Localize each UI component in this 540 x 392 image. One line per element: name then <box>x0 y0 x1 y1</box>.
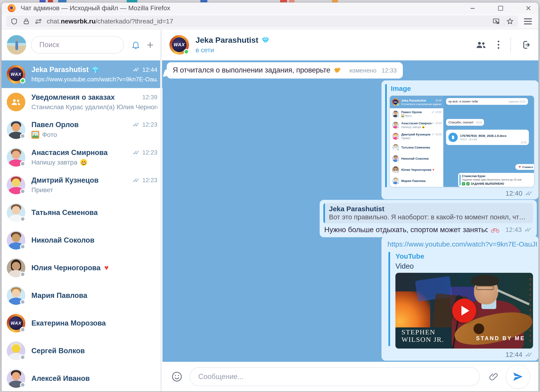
logout-icon[interactable] <box>521 40 531 50</box>
nested-screenshot[interactable]: WAX Jeka Parashutist12:33 Я отчитался о … <box>390 96 534 187</box>
youtube-link[interactable]: https://www.youtube.com/watch?v=9kn7E-Oa… <box>388 240 537 248</box>
search-input[interactable]: Поиск <box>31 36 124 54</box>
thumb-side-marks <box>530 278 531 343</box>
url-bar[interactable]: chat.newsrbk.ru/chaterkado/?thread_id=17 <box>6 15 518 27</box>
send-button[interactable] <box>506 365 530 388</box>
read-checks-icon: ✓✓ <box>133 149 140 156</box>
thumb-artist-logo: STEPHEN WILSON JR. <box>401 328 455 343</box>
avatar <box>7 176 25 194</box>
play-button[interactable] <box>452 299 476 323</box>
chat-avatar-wax[interactable]: WAX <box>170 35 189 55</box>
chat-last-message: Привет <box>31 186 157 194</box>
new-chat-button[interactable]: + <box>145 40 155 50</box>
members-icon[interactable] <box>476 41 486 49</box>
message-time: 12:44✓✓ <box>506 351 533 359</box>
window-title: Чат админов — Исходный файл — Mozilla Fi… <box>21 5 170 12</box>
nested-chat-item: Анастасия Смирнова✓✓12:23 Напишу завтра <box>390 119 443 131</box>
minimize-button[interactable] <box>469 4 476 12</box>
chat-name: Алексей Иванов <box>31 374 90 383</box>
avatar <box>392 155 399 162</box>
read-checks-icon: ✓✓ <box>133 121 140 129</box>
chat-list-item-pavel[interactable]: Павел Орлов✓✓12:23 Фото <box>2 116 162 143</box>
emoji-icon[interactable] <box>171 371 182 382</box>
avatar <box>392 144 399 151</box>
chat-list-item-yulia[interactable]: Юлия Черногорова♥ <box>2 254 162 282</box>
browser-window: Чат админов — Исходный файл — Mozilla Fi… <box>1 2 539 392</box>
avatar-wax: WAX <box>392 99 399 105</box>
screenshot-icon[interactable] <box>492 18 500 25</box>
chat-list-item-aleksey[interactable]: Алексей Иванов <box>2 365 162 392</box>
chat-time: 12:23 <box>142 149 157 156</box>
chat-list-item-tatiana[interactable]: Татьяна Семенова <box>2 199 162 226</box>
offline-dot <box>20 216 25 222</box>
bookmark-star-icon[interactable] <box>506 18 514 25</box>
message-meta: изменено12:33 <box>349 67 397 74</box>
url-path: /chaterkado/?thread_id=17 <box>95 18 173 25</box>
quote-accent-bar <box>323 203 325 223</box>
window-titlebar[interactable]: Чат админов — Исходный файл — Mozilla Fi… <box>2 3 538 14</box>
chat-list: WAX Jeka Parashutist✓✓12:44 https://www.… <box>2 60 162 392</box>
chat-header[interactable]: WAX Jeka Parashutist в сети <box>162 29 538 60</box>
avatar <box>7 231 25 250</box>
url-host: newsrbk.ru <box>61 18 95 25</box>
chat-list-item-sergey[interactable]: Сергей Волков <box>2 337 162 365</box>
chat-list-item-nikolay[interactable]: Николай Соколов <box>2 226 162 254</box>
message-input[interactable] <box>190 367 480 386</box>
close-button[interactable] <box>525 4 532 12</box>
firefox-logo-icon <box>8 4 15 12</box>
offline-dot <box>20 244 25 249</box>
offline-dot <box>20 189 25 194</box>
attachment-icon[interactable] <box>488 371 499 382</box>
online-status: в сети <box>195 46 270 54</box>
message-time: 12:40✓✓ <box>506 189 533 198</box>
chat-list-item-notifications[interactable]: Уведомления о заказах12:39 Станислав Кур… <box>2 88 162 116</box>
chat-last-message: https://www.youtube.com/watch?v=9kn7E-Oa… <box>31 76 157 83</box>
chat-list-item-ekaterina[interactable]: WAX Екатерина Морозова <box>2 309 162 337</box>
message-incoming[interactable]: Я отчитался о выполнении задания, провер… <box>167 62 403 79</box>
chat-name: Николай Соколов <box>31 236 94 244</box>
chat-time: 12:44 <box>142 66 157 74</box>
youtube-kind-label: Video <box>395 262 414 270</box>
chat-name: Екатерина Морозова <box>31 319 106 327</box>
bell-icon[interactable] <box>131 40 141 50</box>
video-thumbnail[interactable]: STEPHEN WILSON JR. STAND BY ME <box>395 273 533 348</box>
chat-list-item-jeka[interactable]: WAX Jeka Parashutist✓✓12:44 https://www.… <box>2 60 162 88</box>
message-quote-reply[interactable]: Jeka Parashutist Вот это правильно. Я на… <box>320 200 537 237</box>
quoted-block[interactable]: Jeka Parashutist Вот это правильно. Я на… <box>323 203 533 223</box>
lock-icon[interactable] <box>23 18 30 25</box>
chat-time: 12:39 <box>142 94 157 101</box>
menu-icon[interactable] <box>524 18 532 25</box>
message-youtube[interactable]: https://www.youtube.com/watch?v=9kn7E-Oa… <box>381 236 538 361</box>
chat-time: 12:23 <box>142 177 157 184</box>
search-placeholder: Поиск <box>39 41 59 49</box>
url-prefix: chat. <box>47 18 61 25</box>
read-checks-icon: ✓✓ <box>525 351 533 359</box>
chat-list-item-anastasia[interactable]: Анастасия Смирнова✓✓12:23 Напишу завтра <box>2 143 162 171</box>
quote-text: Вот это правильно. Я наоборот: в какой-т… <box>329 213 529 221</box>
permissions-icon[interactable] <box>35 18 42 25</box>
sidebar-scrollbar[interactable] <box>160 29 162 392</box>
avatar <box>7 342 25 360</box>
online-dot <box>397 103 399 105</box>
nested-chat-item: Николай Соколов <box>390 153 443 164</box>
shield-icon[interactable] <box>10 18 18 25</box>
heart-icon: ♥ <box>104 263 109 272</box>
offline-dot <box>20 133 25 139</box>
photo-icon <box>401 114 404 117</box>
avatar <box>7 148 25 167</box>
avatar <box>392 177 399 184</box>
chat-title: Jeka Parashutist <box>195 35 270 45</box>
chat-list-item-dmitriy[interactable]: Дмитрий Кузнецов✓✓12:23 Привет <box>2 171 162 199</box>
profile-avatar[interactable] <box>7 35 26 55</box>
chat-name: Мария Павлова <box>31 291 87 300</box>
chat-last-message: Напишу завтра <box>31 159 157 166</box>
chat-list-item-maria[interactable]: Мария Павлова <box>2 282 162 309</box>
verified-diamond-icon <box>427 99 430 102</box>
offline-dot <box>20 327 25 332</box>
maximize-button[interactable] <box>496 4 505 12</box>
more-options-icon[interactable] <box>497 40 500 50</box>
chat-name: Анастасия Смирнова <box>31 149 108 157</box>
message-image[interactable]: Image WAX Jeka Parashutist12:33 Я отчита… <box>381 80 538 199</box>
handshake-emoji-icon <box>333 66 341 74</box>
url-text[interactable]: chat.newsrbk.ru/chaterkado/?thread_id=17 <box>47 18 490 25</box>
